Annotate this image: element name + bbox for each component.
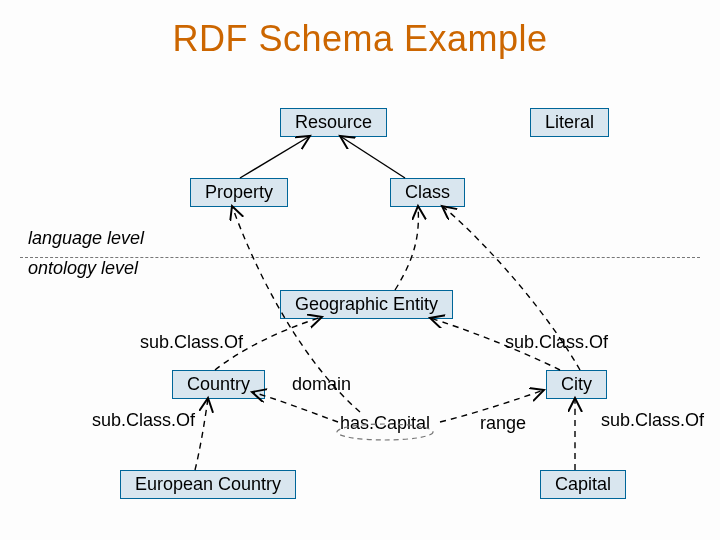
node-class: Class bbox=[390, 178, 465, 207]
label-language-level: language level bbox=[28, 228, 144, 249]
svg-line-1 bbox=[340, 136, 405, 178]
label-range: range bbox=[480, 413, 526, 434]
node-geographic-entity: Geographic Entity bbox=[280, 290, 453, 319]
node-resource: Resource bbox=[280, 108, 387, 137]
label-ontology-level: ontology level bbox=[28, 258, 138, 279]
node-european-country: European Country bbox=[120, 470, 296, 499]
svg-line-0 bbox=[240, 136, 310, 178]
label-subclassof-left: sub.Class.Of bbox=[140, 332, 243, 353]
node-country: Country bbox=[172, 370, 265, 399]
page-title: RDF Schema Example bbox=[0, 18, 720, 60]
node-literal: Literal bbox=[530, 108, 609, 137]
node-capital: Capital bbox=[540, 470, 626, 499]
label-has-capital: has.Capital bbox=[340, 413, 430, 434]
label-subclassof-bl: sub.Class.Of bbox=[92, 410, 195, 431]
node-city: City bbox=[546, 370, 607, 399]
label-subclassof-br: sub.Class.Of bbox=[601, 410, 704, 431]
label-subclassof-right: sub.Class.Of bbox=[505, 332, 608, 353]
node-property: Property bbox=[190, 178, 288, 207]
label-domain: domain bbox=[292, 374, 351, 395]
